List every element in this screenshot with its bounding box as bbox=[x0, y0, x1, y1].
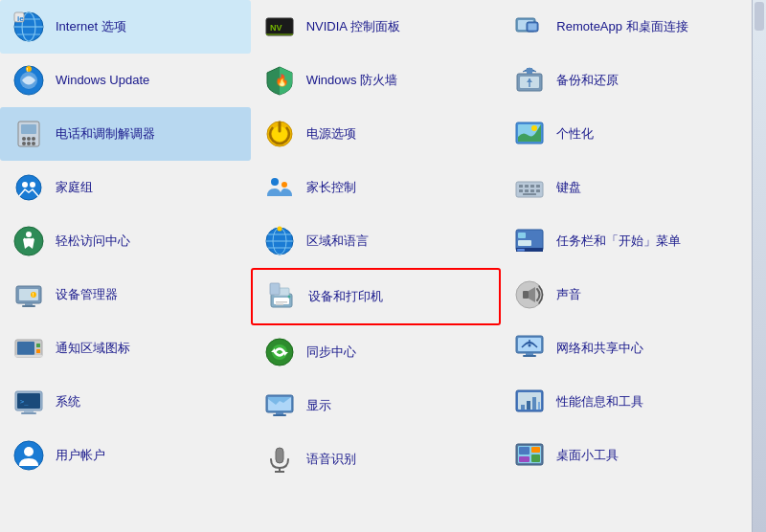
item-phone-modem[interactable]: 电话和调制解调器 bbox=[0, 107, 251, 161]
performance-label: 性能信息和工具 bbox=[556, 394, 643, 410]
region-label: 区域和语言 bbox=[306, 233, 369, 250]
speech-icon bbox=[262, 442, 297, 477]
svg-point-58 bbox=[277, 227, 282, 232]
item-sound[interactable]: 声音 bbox=[501, 268, 752, 321]
item-system[interactable]: >_ 系统 bbox=[0, 375, 251, 429]
svg-rect-36 bbox=[15, 355, 42, 357]
svg-point-15 bbox=[32, 137, 35, 141]
item-homegroup[interactable]: 家庭组 bbox=[0, 161, 251, 214]
ease-access-icon bbox=[11, 224, 46, 258]
svg-rect-89 bbox=[519, 185, 523, 188]
svg-rect-104 bbox=[523, 291, 529, 299]
device-manager-label: 设备管理器 bbox=[56, 287, 118, 303]
performance-icon bbox=[512, 385, 547, 419]
svg-rect-74 bbox=[276, 448, 283, 463]
parental-icon bbox=[262, 170, 297, 205]
svg-text:NV: NV bbox=[270, 23, 282, 33]
item-nvidia[interactable]: NV NVIDIA 控制面板 bbox=[251, 0, 502, 54]
svg-rect-62 bbox=[276, 301, 287, 303]
item-keyboard[interactable]: 键盘 bbox=[501, 161, 752, 214]
homegroup-label: 家庭组 bbox=[56, 180, 93, 196]
scrollbar[interactable] bbox=[752, 0, 766, 532]
svg-rect-33 bbox=[17, 342, 34, 355]
network-icon bbox=[512, 331, 547, 366]
item-display[interactable]: 显示 bbox=[251, 379, 502, 432]
svg-rect-63 bbox=[276, 304, 283, 306]
svg-rect-114 bbox=[527, 401, 530, 410]
user-accounts-icon bbox=[11, 438, 46, 473]
item-devices-printers[interactable]: 设备和打印机 bbox=[251, 268, 502, 325]
item-performance[interactable]: 性能信息和工具 bbox=[501, 375, 752, 429]
item-gadgets[interactable]: 桌面小工具 bbox=[501, 429, 752, 482]
item-device-manager[interactable]: ! 设备管理器 bbox=[0, 268, 251, 321]
svg-rect-35 bbox=[36, 349, 40, 353]
svg-rect-34 bbox=[36, 344, 40, 347]
svg-rect-121 bbox=[531, 454, 540, 462]
devices-printers-label: 设备和打印机 bbox=[308, 289, 383, 305]
item-sync[interactable]: 同步中心 bbox=[251, 325, 502, 379]
parental-label: 家长控制 bbox=[306, 180, 356, 196]
svg-rect-116 bbox=[538, 402, 540, 410]
svg-point-87 bbox=[531, 125, 537, 131]
nvidia-icon: NV bbox=[262, 10, 297, 44]
sound-icon bbox=[512, 277, 547, 312]
item-power[interactable]: 电源选项 bbox=[251, 107, 502, 161]
svg-rect-93 bbox=[519, 189, 523, 192]
item-internet-options[interactable]: ie Internet 选项 bbox=[0, 0, 251, 54]
svg-text:🔥: 🔥 bbox=[275, 73, 289, 87]
item-notification[interactable]: 通知区域图标 bbox=[0, 321, 251, 375]
svg-rect-101 bbox=[518, 233, 526, 238]
network-label: 网络和共享中心 bbox=[556, 341, 643, 357]
svg-rect-115 bbox=[532, 397, 536, 410]
svg-rect-113 bbox=[521, 405, 525, 410]
nvidia-label: NVIDIA 控制面板 bbox=[306, 19, 400, 35]
svg-point-14 bbox=[27, 137, 31, 141]
sync-label: 同步中心 bbox=[306, 344, 356, 361]
svg-point-43 bbox=[24, 447, 34, 456]
windows-update-label: Windows Update bbox=[56, 73, 149, 89]
svg-point-21 bbox=[30, 182, 35, 188]
svg-rect-100 bbox=[517, 249, 525, 252]
svg-rect-46 bbox=[266, 33, 293, 35]
svg-point-13 bbox=[22, 137, 26, 141]
item-network[interactable]: 网络和共享中心 bbox=[501, 321, 752, 375]
item-firewall[interactable]: 🔥 Windows 防火墙 bbox=[251, 54, 502, 107]
internet-options-label: Internet 选项 bbox=[56, 19, 126, 35]
svg-rect-102 bbox=[518, 240, 531, 246]
region-icon bbox=[262, 224, 297, 258]
svg-rect-96 bbox=[536, 189, 540, 192]
sound-label: 声音 bbox=[556, 287, 581, 303]
homegroup-icon bbox=[11, 170, 46, 205]
backup-icon bbox=[512, 63, 547, 98]
power-icon bbox=[262, 117, 297, 151]
svg-rect-92 bbox=[536, 185, 540, 188]
svg-text:ie: ie bbox=[17, 14, 24, 23]
item-user-accounts[interactable]: 用户帐户 bbox=[0, 429, 251, 482]
item-windows-update[interactable]: ! Windows Update bbox=[0, 54, 251, 107]
svg-rect-80 bbox=[529, 24, 537, 31]
phone-modem-label: 电话和调制解调器 bbox=[56, 126, 155, 143]
remoteapp-icon bbox=[512, 10, 547, 44]
item-remoteapp[interactable]: RemoteApp 和桌面连接 bbox=[501, 0, 752, 54]
phone-modem-icon bbox=[11, 117, 46, 151]
windows-update-icon: ! bbox=[11, 63, 46, 98]
svg-point-18 bbox=[32, 142, 35, 145]
internet-icon: ie bbox=[11, 10, 46, 44]
item-ease-access[interactable]: 轻松访问中心 bbox=[0, 214, 251, 268]
svg-rect-97 bbox=[523, 193, 536, 195]
item-region[interactable]: 区域和语言 bbox=[251, 214, 502, 268]
svg-point-17 bbox=[27, 142, 31, 145]
keyboard-label: 键盘 bbox=[556, 180, 581, 196]
system-label: 系统 bbox=[56, 394, 80, 410]
device-manager-icon: ! bbox=[11, 277, 46, 312]
item-parental[interactable]: 家长控制 bbox=[251, 161, 502, 214]
item-backup[interactable]: 备份和还原 bbox=[501, 54, 752, 107]
item-speech[interactable]: 语音识别 bbox=[251, 432, 502, 486]
notification-label: 通知区域图标 bbox=[56, 341, 130, 357]
svg-text:>_: >_ bbox=[20, 398, 29, 406]
display-icon bbox=[262, 388, 297, 423]
svg-rect-73 bbox=[273, 414, 286, 416]
item-personalization[interactable]: 个性化 bbox=[501, 107, 752, 161]
svg-rect-90 bbox=[525, 185, 529, 188]
item-taskbar[interactable]: 任务栏和「开始」菜单 bbox=[501, 214, 752, 268]
